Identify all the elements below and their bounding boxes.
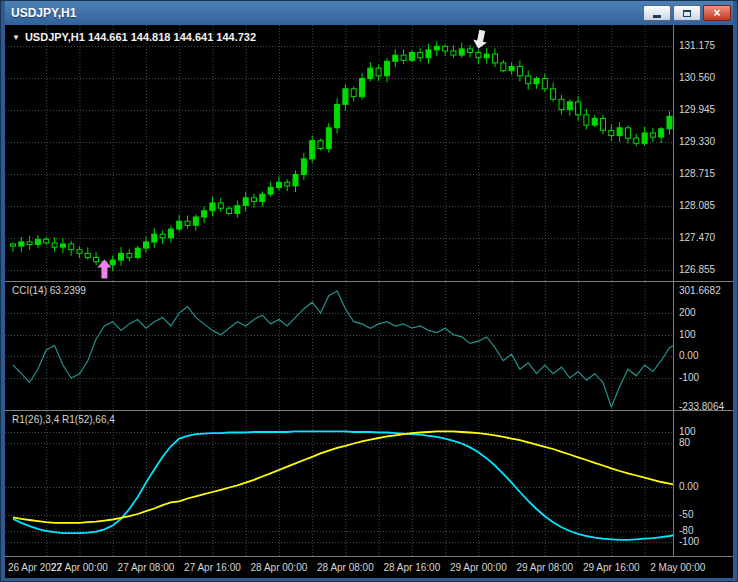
axis-tick: -100 — [679, 372, 699, 383]
axis-tick: 301.6682 — [679, 285, 721, 296]
axis-tick: -50 — [679, 509, 693, 520]
close-button[interactable]: × — [703, 5, 731, 21]
axis-tick: 0.00 — [679, 481, 698, 492]
price-axis[interactable]: 131.175130.560129.945129.330128.715128.0… — [674, 25, 733, 557]
time-label: 29 Apr 08:00 — [516, 562, 573, 573]
cci-line — [13, 291, 673, 407]
axis-tick: 128.715 — [679, 168, 715, 179]
minimize-button[interactable] — [643, 5, 671, 21]
grid-lines — [5, 411, 673, 556]
chart-client-area: ▼ USDJPY,H1 144.661 144.818 144.641 144.… — [5, 25, 733, 578]
sell-arrow — [472, 29, 490, 50]
axis-tick: 100 — [679, 329, 696, 340]
time-label: 27 Apr 00:00 — [51, 562, 108, 573]
r1-plot[interactable] — [5, 411, 673, 556]
time-label: 29 Apr 16:00 — [583, 562, 640, 573]
axis-tick: 128.085 — [679, 200, 715, 211]
r1-fast-line — [13, 431, 673, 539]
axis-tick: 130.560 — [679, 72, 715, 83]
restore-button[interactable] — [673, 5, 701, 21]
time-label: 27 Apr 08:00 — [118, 562, 175, 573]
window-controls: × — [643, 5, 733, 21]
grid-lines — [5, 282, 673, 410]
ohlc-label-row: ▼ USDJPY,H1 144.661 144.818 144.641 144.… — [12, 31, 256, 43]
candles — [11, 41, 674, 271]
axis-tick: 129.330 — [679, 136, 715, 147]
cci-indicator-label: CCI(14) 63.2399 — [12, 285, 86, 296]
axis-tick: -80 — [679, 525, 693, 536]
time-label: 28 Apr 08:00 — [317, 562, 374, 573]
close-icon: × — [713, 7, 720, 19]
axis-tick: 100 — [679, 426, 696, 437]
axis-tick: -233.8064 — [679, 401, 724, 412]
panel-separator-main-cci[interactable] — [5, 281, 733, 282]
time-label: 29 Apr 00:00 — [450, 562, 507, 573]
axis-tick: 0.00 — [679, 350, 698, 361]
window-titlebar[interactable]: USDJPY,H1 × — [5, 1, 733, 25]
axis-tick: 129.945 — [679, 104, 715, 115]
axis-tick: 80 — [679, 437, 690, 448]
r1-indicator-label: R1(26),3,4 R1(52),66,4 — [12, 414, 115, 425]
axis-tick: 127.470 — [679, 232, 715, 243]
axis-tick: 131.175 — [679, 40, 715, 51]
collapse-arrow-icon[interactable]: ▼ — [12, 33, 20, 42]
buy-arrow — [97, 260, 111, 279]
axis-tick: -100 — [679, 536, 699, 547]
time-axis[interactable]: 26 Apr 202227 Apr 00:0027 Apr 08:0027 Ap… — [5, 557, 733, 578]
time-label: 28 Apr 00:00 — [251, 562, 308, 573]
chart-window: USDJPY,H1 × ▼ USDJPY,H1 144.661 144.818 … — [0, 0, 738, 582]
grid-lines — [5, 25, 673, 281]
time-label: 28 Apr 16:00 — [384, 562, 441, 573]
axis-tick: 200 — [679, 307, 696, 318]
minimize-icon — [653, 15, 661, 18]
time-label: 27 Apr 16:00 — [184, 562, 241, 573]
r1-slow-line — [13, 431, 673, 522]
time-label: 2 May 00:00 — [650, 562, 705, 573]
panel-separator-cci-r1[interactable] — [5, 410, 733, 411]
candlestick-plot[interactable] — [5, 25, 673, 281]
window-title: USDJPY,H1 — [5, 6, 76, 20]
axis-tick: 126.855 — [679, 264, 715, 275]
ohlc-label: USDJPY,H1 144.661 144.818 144.641 144.73… — [25, 31, 256, 43]
restore-icon — [683, 10, 691, 17]
cci-plot[interactable] — [5, 282, 673, 410]
